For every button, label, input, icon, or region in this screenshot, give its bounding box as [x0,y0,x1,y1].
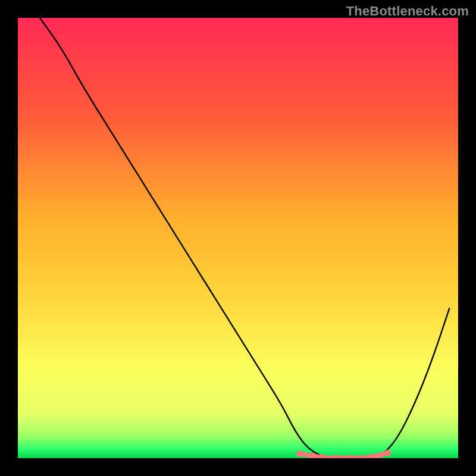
bottleneck-chart [18,18,458,458]
watermark-text: TheBottleneck.com [346,4,469,19]
chart-frame: TheBottleneck.com [0,0,476,476]
curve-marker [296,450,303,457]
curve-marker [384,450,391,456]
gradient-background [18,18,458,458]
